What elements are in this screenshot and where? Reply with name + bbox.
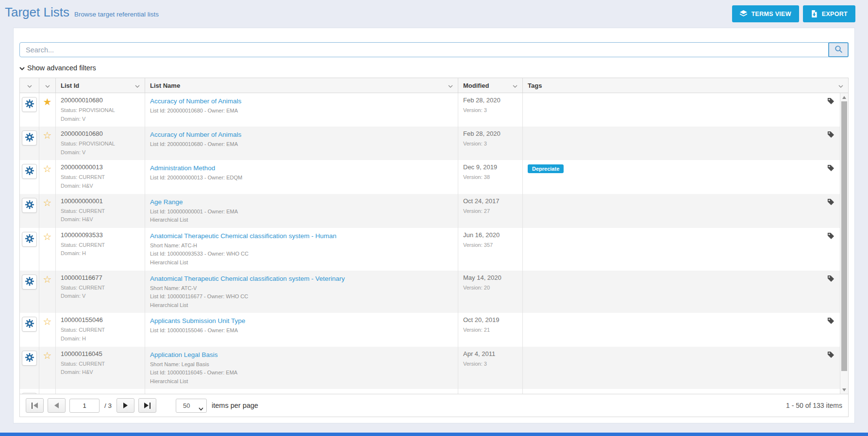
row-settings-button[interactable] — [22, 97, 37, 112]
row-settings-button[interactable] — [22, 317, 37, 332]
row-settings-button[interactable] — [22, 275, 37, 290]
star-icon[interactable]: ★ — [43, 97, 52, 123]
detail-line: Short Name: ATC-V — [150, 284, 453, 293]
list-name-link[interactable]: Accuracy of Number of Animals — [150, 130, 241, 139]
actions-cell — [20, 127, 39, 160]
last-page-button[interactable] — [138, 398, 156, 413]
list-id: 100000000001 — [61, 197, 140, 205]
favorite-cell: ☆ — [39, 228, 56, 271]
pagination-range-label: 1 - 50 of 133 items — [786, 402, 842, 409]
export-button[interactable]: EXPORT — [803, 5, 855, 22]
column-label: Tags — [528, 82, 542, 89]
row-settings-button[interactable] — [22, 130, 37, 145]
list-id: 200000010680 — [61, 97, 140, 104]
list-id-cell: 100000116045 Status: CURRENT Domain: H&V — [56, 347, 145, 389]
page-size-select-wrap: 50 — [176, 399, 207, 413]
favorite-cell: ☆ — [39, 389, 56, 394]
star-icon[interactable]: ☆ — [43, 351, 52, 386]
list-name-link[interactable]: Anatomical Therapeutic Chemical classifi… — [150, 275, 345, 283]
chevron-down-icon — [45, 81, 50, 90]
tag-icon[interactable] — [827, 275, 835, 284]
modified-date: Feb 28, 2020 — [463, 130, 517, 138]
list-name-link[interactable]: Application Registration — [150, 393, 219, 394]
modified-cell: Oct 24, 2017 Version: 27 — [458, 194, 523, 228]
scroll-down-arrow[interactable] — [840, 386, 848, 393]
star-icon[interactable]: ☆ — [43, 275, 52, 310]
list-name-link[interactable]: Age Range — [150, 198, 183, 206]
list-status: Status: CURRENT — [61, 326, 140, 335]
terms-view-button[interactable]: TERMS VIEW — [732, 5, 799, 22]
star-icon[interactable]: ☆ — [43, 317, 52, 343]
list-details: Short Name: ATC-VList Id: 100000116677 -… — [150, 284, 453, 310]
star-icon[interactable]: ☆ — [43, 164, 52, 190]
modified-date: Oct 24, 2017 — [463, 197, 517, 205]
gear-icon — [25, 277, 34, 287]
tag-icon[interactable] — [827, 131, 835, 140]
tag-icon[interactable] — [827, 351, 835, 360]
tag-icon[interactable] — [827, 198, 835, 208]
favorite-cell: ☆ — [39, 347, 56, 389]
tags-cell — [523, 271, 848, 313]
row-settings-button[interactable] — [22, 351, 37, 366]
modified-cell: Dec 9, 2019 Version: 38 — [458, 160, 523, 194]
search-input[interactable] — [19, 42, 829, 57]
row-settings-button[interactable] — [22, 393, 37, 394]
vertical-scrollbar[interactable] — [840, 93, 848, 394]
tag-icon[interactable] — [827, 97, 835, 107]
detail-line: Hierarchical List — [150, 377, 453, 386]
row-tags: Depreciate — [528, 163, 564, 173]
list-name-link[interactable]: Applicants Submission Unit Type — [150, 317, 245, 325]
tags-cell — [523, 194, 848, 228]
detail-line: Short Name: ATC-H — [150, 242, 453, 250]
modified-cell: May 14, 2020 Version: 20 — [458, 271, 523, 313]
modified-date: Jun 16, 2020 — [463, 231, 517, 239]
column-header-modified[interactable]: Modified — [458, 78, 523, 93]
tag-icon[interactable] — [827, 393, 835, 394]
column-header-list-name[interactable]: List Name — [145, 78, 458, 93]
row-settings-button[interactable] — [22, 164, 37, 179]
row-settings-button[interactable] — [22, 232, 37, 247]
detail-line: List Id: 100000000001 - Owner: EMA — [150, 208, 453, 216]
column-header-list-id[interactable]: List Id — [56, 78, 145, 93]
tag-icon[interactable] — [827, 317, 835, 326]
table-row: ☆ 100000000001 Status: CURRENT Domain: H… — [20, 194, 848, 228]
pagination-bar: / 3 50 items per page 1 - 50 of 133 item… — [20, 394, 848, 417]
advanced-filters-toggle[interactable]: Show advanced filters — [19, 64, 96, 72]
search-button[interactable] — [828, 42, 849, 57]
row-settings-button[interactable] — [22, 198, 37, 213]
prev-page-button[interactable] — [48, 398, 66, 413]
version-label: Version: 3 — [463, 140, 517, 148]
detail-line: Hierarchical List — [150, 301, 453, 310]
page-size-select[interactable]: 50 — [176, 399, 207, 413]
tag-icon[interactable] — [827, 164, 835, 174]
star-icon[interactable]: ☆ — [43, 393, 52, 394]
detail-line: List Id: 100000155046 - Owner: EMA — [150, 326, 453, 335]
star-icon[interactable]: ☆ — [43, 232, 52, 267]
column-header-favorite[interactable] — [39, 78, 56, 93]
scroll-thumb[interactable] — [841, 101, 847, 371]
star-icon[interactable]: ☆ — [43, 198, 52, 225]
list-id-cell: 200000010680 Status: PROVISIONAL Domain:… — [56, 127, 145, 160]
column-header-tags[interactable]: Tags — [523, 78, 848, 93]
tag-icon[interactable] — [827, 232, 835, 242]
favorite-cell: ☆ — [39, 313, 56, 346]
list-id-cell: 100000116677 Status: CURRENT Domain: V — [56, 271, 145, 313]
star-icon[interactable]: ☆ — [43, 130, 52, 157]
list-domain: Domain: V — [61, 115, 140, 124]
list-name-link[interactable]: Anatomical Therapeutic Chemical classifi… — [150, 232, 336, 240]
list-name-link[interactable]: Accuracy of Number of Animals — [150, 97, 241, 105]
list-domain: Domain: H&V — [61, 215, 140, 224]
scroll-up-arrow[interactable] — [840, 94, 848, 101]
content-panel: Show advanced filters List Id List Name — [13, 28, 855, 423]
page: Target Lists Browse target referential l… — [0, 0, 868, 436]
first-page-button[interactable] — [26, 398, 44, 413]
column-header-actions[interactable] — [20, 78, 39, 93]
list-id-cell: 200000010680 Status: PROVISIONAL Domain:… — [56, 93, 145, 127]
next-page-button[interactable] — [117, 398, 134, 413]
list-name-link[interactable]: Application Legal Basis — [150, 351, 218, 359]
favorite-cell: ☆ — [39, 127, 56, 160]
list-name-link[interactable]: Administration Method — [150, 164, 215, 172]
list-id: 100000093533 — [61, 231, 140, 239]
version-label: Version: 3 — [463, 106, 517, 115]
page-number-input[interactable] — [69, 399, 100, 413]
